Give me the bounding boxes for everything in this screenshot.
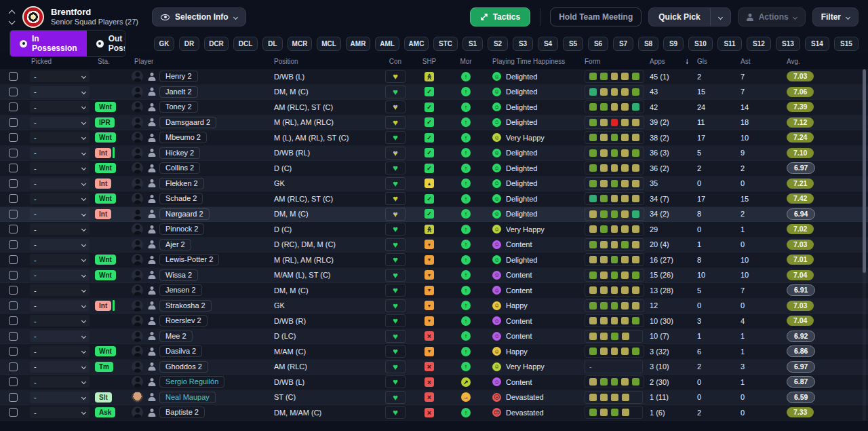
- col-con[interactable]: Con: [381, 58, 410, 65]
- player-name[interactable]: Flekken 2: [159, 178, 204, 189]
- picked-dropdown[interactable]: -: [30, 376, 90, 388]
- col-happiness[interactable]: Playing Time Happiness: [483, 58, 576, 65]
- row-checkbox[interactable]: [9, 210, 18, 219]
- position-filter-s13[interactable]: S13: [776, 37, 800, 51]
- row-checkbox[interactable]: [9, 194, 18, 203]
- table-row[interactable]: -Roerslev 2D/WB (R)♥▼↑☺Content10 (30)347…: [0, 314, 868, 329]
- table-row[interactable]: -IntHickey 2D/WB (RL)♥✓↑☺Delighted36 (3)…: [0, 146, 868, 162]
- selection-info-button[interactable]: Selection Info: [152, 7, 246, 26]
- table-row[interactable]: -SltNeal MaupayST (C)♥×→☹Devastated1 (11…: [0, 390, 868, 406]
- table-row[interactable]: -WntCollins 2D (C)♥✓↑☺Delighted36 (2)226…: [0, 161, 868, 176]
- position-filter-dcr[interactable]: DCR: [204, 37, 229, 51]
- row-checkbox[interactable]: [9, 271, 18, 280]
- table-row[interactable]: -Jensen 2DM, M (C)♥▼↑☺Content13 (28)576.…: [0, 283, 868, 299]
- player-name[interactable]: Strakosha 2: [159, 300, 212, 312]
- player-name[interactable]: Lewis-Potter 2: [159, 254, 219, 265]
- player-profile-icon[interactable]: [148, 362, 156, 371]
- row-checkbox[interactable]: [9, 393, 18, 402]
- col-gls[interactable]: Gls: [692, 58, 735, 65]
- picked-dropdown[interactable]: -: [30, 284, 90, 296]
- col-position[interactable]: Position: [269, 58, 381, 65]
- picked-dropdown[interactable]: -: [30, 361, 90, 373]
- player-name[interactable]: Schade 2: [159, 193, 203, 204]
- table-row[interactable]: -Janelt 2DM, M (C)♥✓↑☺Delighted431577.06: [0, 85, 868, 100]
- row-checkbox[interactable]: [9, 88, 18, 96]
- player-name[interactable]: Wissa 2: [159, 269, 198, 281]
- picked-dropdown[interactable]: -: [30, 208, 90, 220]
- row-checkbox[interactable]: [9, 286, 18, 295]
- scrollbar[interactable]: [863, 69, 866, 421]
- player-profile-icon[interactable]: [148, 210, 156, 218]
- picked-dropdown[interactable]: -: [30, 345, 90, 357]
- player-name[interactable]: Nørgaard 2: [159, 208, 210, 220]
- player-profile-icon[interactable]: [148, 88, 156, 96]
- player-profile-icon[interactable]: [148, 73, 156, 81]
- row-checkbox[interactable]: [9, 133, 18, 142]
- row-checkbox[interactable]: [9, 332, 18, 341]
- row-checkbox[interactable]: [9, 362, 18, 371]
- sort-desc-icon[interactable]: ↓: [685, 56, 689, 66]
- row-checkbox[interactable]: [9, 377, 18, 386]
- position-filter-mcr[interactable]: MCR: [288, 37, 312, 51]
- player-name[interactable]: Toney 2: [159, 101, 198, 113]
- player-profile-icon[interactable]: [148, 286, 156, 295]
- table-row[interactable]: -IntStrakosha 2GK♥▼↑☺Happy12007.03: [0, 299, 868, 314]
- picked-dropdown[interactable]: -: [30, 239, 90, 250]
- player-name[interactable]: Collins 2: [159, 162, 200, 174]
- col-shp[interactable]: SHP: [410, 58, 449, 65]
- player-profile-icon[interactable]: [148, 195, 156, 203]
- col-ast[interactable]: Ast: [735, 58, 777, 65]
- table-row[interactable]: -Henry 2D/WB (L)♥≫↑☺Delighted45 (1)277.0…: [0, 69, 868, 85]
- player-name[interactable]: Sergio Reguilón: [159, 376, 224, 388]
- picked-dropdown[interactable]: -: [30, 71, 90, 82]
- picked-dropdown[interactable]: -: [30, 147, 90, 159]
- row-checkbox[interactable]: [9, 179, 18, 188]
- picked-dropdown[interactable]: -: [30, 101, 90, 113]
- position-filter-s2[interactable]: S2: [488, 37, 508, 51]
- table-row[interactable]: -WntDasilva 2M/AM (C)♥▼↑☺Happy3 (32)616.…: [0, 344, 868, 360]
- position-filter-s7[interactable]: S7: [613, 37, 633, 51]
- next-team-icon[interactable]: [9, 18, 16, 24]
- position-filter-s6[interactable]: S6: [588, 37, 608, 51]
- player-name[interactable]: Neal Maupay: [159, 392, 216, 403]
- table-row[interactable]: -Ajer 2D (RC), DM, M (C)♥▼↑☺Content20 (4…: [0, 238, 868, 253]
- row-checkbox[interactable]: [9, 164, 18, 172]
- player-profile-icon[interactable]: [148, 240, 156, 248]
- table-row[interactable]: -Pinnock 2D (C)♥≫↑☺Very Happy29017.02: [0, 222, 868, 238]
- table-row[interactable]: -Mee 2D (LC)♥×↑☺Content10 (7)116.92: [0, 329, 868, 345]
- player-profile-icon[interactable]: [148, 256, 156, 264]
- col-player[interactable]: Player: [129, 58, 269, 65]
- player-profile-icon[interactable]: [148, 409, 156, 417]
- row-checkbox[interactable]: [9, 118, 18, 127]
- position-filter-amr[interactable]: AMR: [346, 37, 370, 51]
- position-filter-s8[interactable]: S8: [638, 37, 658, 51]
- player-profile-icon[interactable]: [148, 378, 156, 386]
- tab-out-of-possession[interactable]: Out of Possession: [87, 31, 125, 56]
- position-filter-mcl[interactable]: MCL: [317, 37, 341, 51]
- table-row[interactable]: -WntLewis-Potter 2M (RL), AM (RLC)♥▼↑☺De…: [0, 252, 868, 268]
- player-name[interactable]: Mee 2: [159, 331, 193, 342]
- player-name[interactable]: Hickey 2: [159, 147, 200, 159]
- player-profile-icon[interactable]: [148, 118, 156, 126]
- col-mor[interactable]: Mor: [449, 58, 483, 65]
- position-filter-s12[interactable]: S12: [747, 37, 771, 51]
- player-profile-icon[interactable]: [148, 149, 156, 157]
- position-filter-s9[interactable]: S9: [663, 37, 684, 51]
- row-checkbox[interactable]: [9, 255, 18, 264]
- position-filter-amc[interactable]: AMC: [404, 37, 429, 51]
- picked-dropdown[interactable]: -: [30, 254, 90, 265]
- prev-team-icon[interactable]: [9, 10, 16, 16]
- player-profile-icon[interactable]: [148, 348, 156, 356]
- col-avg[interactable]: Avg.: [777, 58, 831, 65]
- row-checkbox[interactable]: [9, 225, 18, 233]
- row-checkbox[interactable]: [9, 316, 18, 325]
- picked-dropdown[interactable]: -: [30, 86, 90, 98]
- quick-pick-dropdown[interactable]: [710, 8, 730, 26]
- picked-dropdown[interactable]: -: [30, 117, 90, 128]
- table-row[interactable]: -Sergio ReguilónD/WB (L)♥×↗☺Content2 (30…: [0, 375, 868, 390]
- row-checkbox[interactable]: [9, 240, 18, 249]
- player-name[interactable]: Pinnock 2: [159, 223, 204, 235]
- position-filter-dr[interactable]: DR: [179, 37, 199, 51]
- tab-in-possession[interactable]: In Possession: [10, 31, 87, 56]
- picked-dropdown[interactable]: -: [30, 300, 90, 312]
